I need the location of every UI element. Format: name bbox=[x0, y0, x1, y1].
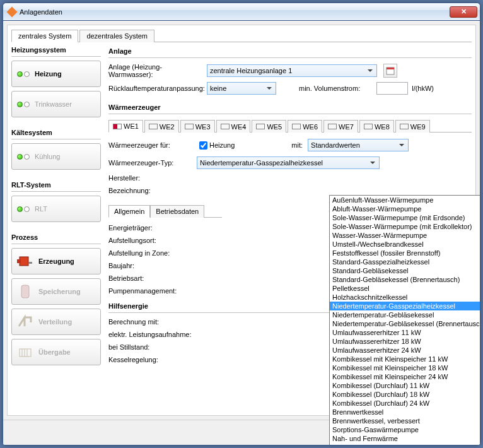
typ-option[interactable]: dezentrale Kraft-Wärme-Kopplung (Verbren… bbox=[330, 443, 480, 445]
distribution-icon bbox=[17, 314, 33, 330]
app-icon bbox=[7, 6, 18, 17]
we-tab-6[interactable]: WE6 bbox=[288, 120, 322, 133]
typ-option[interactable]: Kombikessel (Durchlauf) 11 kW bbox=[330, 381, 480, 390]
content: Heizungssystem Heizung Trinkwasser Kälte… bbox=[11, 45, 472, 411]
we-tab-9[interactable]: WE9 bbox=[395, 120, 430, 133]
anlage-label: Anlage (Heizung-Warmwasser): bbox=[108, 63, 203, 78]
zone-label: Aufstellung in Zone: bbox=[108, 249, 197, 257]
sidebtn-generation[interactable]: Erzeugung bbox=[11, 248, 101, 274]
main-panel: Anlage Anlage (Heizung-Warmwasser): zent… bbox=[108, 45, 472, 411]
app-window: Anlagendaten ✕ zentrales System dezentra… bbox=[3, 3, 480, 445]
client-area: zentrales System dezentrales System Heiz… bbox=[7, 25, 476, 416]
we-tab-5[interactable]: WE5 bbox=[252, 120, 286, 133]
svg-rect-9 bbox=[387, 68, 394, 69]
sidebtn-water[interactable]: Trinkwasser bbox=[11, 91, 101, 117]
typ-option[interactable]: Kombikessel mit Kleinspeicher 18 kW bbox=[330, 363, 480, 372]
berechnung-label: Berechnung mit: bbox=[108, 318, 197, 326]
sidebtn-cooling[interactable]: Kühlung bbox=[11, 143, 101, 170]
leistung-label: elektr. Leistungsaufnahme: bbox=[108, 331, 197, 338]
typ-option[interactable]: Sole-Wasser-Wärmepumpe (mit Erdkollektor… bbox=[330, 222, 480, 231]
group-rlt: RLT-System bbox=[11, 180, 101, 192]
energie-label: Energieträger: bbox=[108, 224, 197, 232]
pumpen-label: Pumpenmanagement: bbox=[108, 287, 197, 295]
typ-label: Wärmeerzeuger-Typ: bbox=[108, 159, 197, 167]
typ-option[interactable]: Niedertemperatur-Gebläsekessel (Brennert… bbox=[330, 319, 480, 328]
typ-option[interactable]: Brennwertkessel, verbessert bbox=[330, 416, 480, 425]
typ-select[interactable]: Niedertemperatur-Gasspezialheizkessel bbox=[197, 156, 380, 169]
typ-option[interactable]: Kombikessel (Durchlauf) 24 kW bbox=[330, 399, 480, 408]
main-tabstrip: zentrales System dezentrales System bbox=[11, 29, 472, 42]
sidebar: Heizungssystem Heizung Trinkwasser Kälte… bbox=[11, 45, 101, 411]
tab-central[interactable]: zentrales System bbox=[11, 30, 78, 42]
titlebar: Anlagendaten ✕ bbox=[3, 3, 480, 21]
svg-rect-1 bbox=[17, 259, 21, 263]
sidebtn-distribution[interactable]: Verteilung bbox=[11, 309, 101, 335]
stillstand-label: bei Stillstand: bbox=[108, 343, 197, 351]
typ-option[interactable]: Abluft-Wasser-Wärmepumpe bbox=[330, 204, 480, 213]
typ-option[interactable]: Pelletkessel bbox=[330, 284, 480, 293]
mit-label: mit: bbox=[291, 141, 303, 149]
typ-option[interactable]: Nah- und Fernwärme bbox=[330, 434, 480, 443]
typ-option[interactable]: Kombikessel (Durchlauf) 18 kW bbox=[330, 390, 480, 399]
betriebsart-label: Betriebsart: bbox=[108, 274, 197, 282]
generator-icon bbox=[17, 253, 33, 269]
we-tab-8[interactable]: WE8 bbox=[359, 120, 394, 133]
typ-dropdown-list[interactable]: Außenluft-Wasser-WärmepumpeAbluft-Wasser… bbox=[329, 195, 480, 445]
heizung-checkbox[interactable] bbox=[199, 141, 207, 150]
typ-option[interactable]: Umstell-/Wechselbrandkessel bbox=[330, 240, 480, 249]
hersteller-label: Hersteller: bbox=[108, 174, 197, 182]
typ-option[interactable]: Brennwertkessel bbox=[330, 408, 480, 416]
minvol-unit: l/(hkW) bbox=[412, 85, 434, 92]
sidebtn-heating[interactable]: Heizung bbox=[11, 61, 101, 87]
we-tabstrip: WE1WE2WE3WE4WE5WE6WE7WE8WE9 bbox=[108, 119, 472, 133]
svg-rect-2 bbox=[28, 262, 32, 264]
ruecklauf-label: Rücklauftemperaturanpassung: bbox=[108, 85, 203, 92]
typ-option[interactable]: Umlaufwassererhitzer 24 kW bbox=[330, 346, 480, 355]
typ-option[interactable]: Kombikessel mit Kleinspeicher 11 kW bbox=[330, 355, 480, 363]
we-tab-7[interactable]: WE7 bbox=[323, 120, 358, 133]
typ-option[interactable]: Feststoffkessel (fossiler Brennstoff) bbox=[330, 249, 480, 257]
close-button[interactable]: ✕ bbox=[450, 6, 477, 18]
typ-option[interactable]: Umlaufwassererhitzer 18 kW bbox=[330, 337, 480, 346]
group-heating: Heizungssystem bbox=[11, 45, 101, 57]
typ-option[interactable]: Sorptions-Gaswärmepumpe bbox=[330, 425, 480, 434]
typ-option[interactable]: Standard-Gebläsekessel (Brennertausch) bbox=[330, 275, 480, 284]
sub-tabstrip: Allgemein Betriebsdaten bbox=[108, 204, 222, 218]
mit-select[interactable]: Standardwerten bbox=[308, 139, 409, 151]
typ-option[interactable]: Außenluft-Wasser-Wärmepumpe bbox=[330, 196, 480, 204]
subtab-general[interactable]: Allgemein bbox=[108, 205, 150, 218]
typ-option[interactable]: Holzhackschnitzelkessel bbox=[330, 293, 480, 302]
group-process: Prozess bbox=[11, 232, 101, 244]
typ-option[interactable]: Niedertemperatur-Gebläsekessel bbox=[330, 310, 480, 319]
typ-option[interactable]: Sole-Wasser-Wärmepumpe (mit Erdsonde) bbox=[330, 213, 480, 222]
typ-option[interactable]: Standard-Gasspezialheizkessel bbox=[330, 257, 480, 266]
calendar-icon bbox=[386, 66, 395, 75]
anlage-select[interactable]: zentrale Heizungsanlage 1 bbox=[207, 64, 377, 77]
typ-option[interactable]: Standard-Gebläsekessel bbox=[330, 266, 480, 275]
calendar-button[interactable] bbox=[383, 64, 397, 78]
aufstellung-label: Aufstellungsort: bbox=[108, 237, 197, 244]
tab-decentral[interactable]: dezentrales System bbox=[79, 30, 154, 42]
svg-rect-0 bbox=[20, 257, 28, 266]
section-anlage: Anlage bbox=[108, 46, 472, 58]
typ-option[interactable]: Niedertemperatur-Gasspezialheizkessel bbox=[330, 302, 480, 310]
svg-rect-4 bbox=[20, 349, 31, 357]
sidebtn-rlt[interactable]: RLT bbox=[11, 196, 101, 222]
we-tab-1[interactable]: WE1 bbox=[108, 120, 143, 133]
typ-option[interactable]: Kombikessel mit Kleinspeicher 24 kW bbox=[330, 372, 480, 381]
typ-option[interactable]: Wasser-Wasser-Wärmepumpe bbox=[330, 231, 480, 240]
sidebtn-storage[interactable]: Speicherung bbox=[11, 278, 101, 305]
storage-icon bbox=[17, 283, 33, 300]
subtab-ops[interactable]: Betriebsdaten bbox=[150, 205, 204, 218]
sidebtn-transfer[interactable]: Übergabe bbox=[11, 339, 101, 365]
group-cooling: Kältesystem bbox=[11, 127, 101, 139]
bezeichnung-label: Bezeichnung: bbox=[108, 187, 197, 194]
svg-rect-3 bbox=[21, 285, 29, 298]
we-tab-4[interactable]: WE4 bbox=[216, 120, 251, 133]
typ-option[interactable]: Umlaufwassererhitzer 11 kW bbox=[330, 328, 480, 337]
we-tab-3[interactable]: WE3 bbox=[180, 120, 215, 133]
we-tab-2[interactable]: WE2 bbox=[144, 120, 179, 133]
ruecklauf-select[interactable]: keine bbox=[207, 82, 276, 95]
minvol-input[interactable] bbox=[376, 82, 408, 95]
kessel-label: Kesselregelung: bbox=[108, 356, 197, 363]
